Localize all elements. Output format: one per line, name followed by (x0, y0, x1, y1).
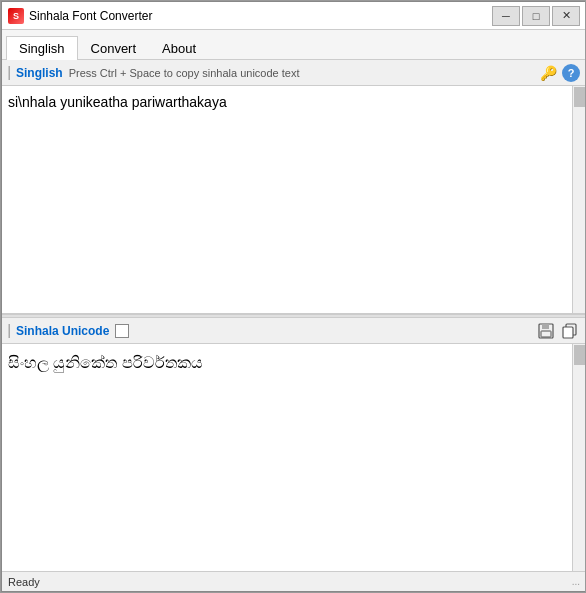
title-bar-controls: ─ □ ✕ (492, 6, 580, 26)
svg-rect-2 (541, 331, 551, 337)
singlish-panel-label: Singlish (16, 66, 63, 80)
singlish-panel-body-wrapper: si\nhala yunikeatha pariwarthakaya (2, 86, 586, 313)
app-window: S Sinhala Font Converter ─ □ ✕ Singlish … (1, 1, 586, 592)
sinhala-panel: Sinhala Unicode (2, 318, 586, 571)
sinhala-panel-body: සිංහල යුනිකේත පරිවර්තකය (2, 344, 572, 571)
copy-icon[interactable] (560, 321, 580, 341)
svg-rect-1 (542, 324, 549, 329)
singlish-panel-body: si\nhala yunikeatha pariwarthakaya (2, 86, 572, 313)
status-bar: Ready ... (2, 571, 586, 591)
close-button[interactable]: ✕ (552, 6, 580, 26)
singlish-scrollbar[interactable] (572, 86, 586, 313)
sinhala-panel-body-wrapper: සිංහල යුනිකේත පරිවර්තකය (2, 344, 586, 571)
sinhala-scrollbar-thumb[interactable] (574, 345, 586, 365)
sinhala-panel-label: Sinhala Unicode (16, 324, 109, 338)
menu-bar: Singlish Convert About (2, 30, 586, 60)
title-bar-left: S Sinhala Font Converter (8, 8, 152, 24)
minimize-button[interactable]: ─ (492, 6, 520, 26)
singlish-input[interactable]: si\nhala yunikeatha pariwarthakaya (8, 92, 556, 307)
singlish-panel: Singlish Press Ctrl + Space to copy sinh… (2, 60, 586, 314)
status-text: Ready (8, 576, 40, 588)
singlish-scrollbar-thumb[interactable] (574, 87, 586, 107)
status-bar-right: ... (572, 576, 580, 587)
window-title: Sinhala Font Converter (29, 9, 152, 23)
title-bar: S Sinhala Font Converter ─ □ ✕ (2, 2, 586, 30)
app-icon: S (8, 8, 24, 24)
maximize-button[interactable]: □ (522, 6, 550, 26)
singlish-panel-header: Singlish Press Ctrl + Space to copy sinh… (2, 60, 586, 86)
panel-icons: 🔑 ? (538, 63, 580, 83)
word-wrap-checkbox[interactable] (115, 324, 129, 338)
header-divider-2 (8, 324, 10, 338)
header-divider (8, 66, 10, 80)
help-icon[interactable]: ? (562, 64, 580, 82)
tab-convert[interactable]: Convert (78, 36, 150, 60)
status-dots: ... (572, 576, 580, 587)
singlish-panel-hint: Press Ctrl + Space to copy sinhala unico… (69, 67, 300, 79)
tab-singlish[interactable]: Singlish (6, 36, 78, 60)
save-icon[interactable] (536, 321, 556, 341)
sinhala-scrollbar[interactable] (572, 344, 586, 571)
svg-rect-4 (563, 327, 573, 338)
main-content: Singlish Press Ctrl + Space to copy sinh… (2, 60, 586, 571)
sinhala-output: සිංහල යුනිකේත පරිවර්තකය (8, 350, 556, 376)
sinhala-panel-header: Sinhala Unicode (2, 318, 586, 344)
key-icon[interactable]: 🔑 (538, 63, 558, 83)
sinhala-panel-icons (536, 321, 580, 341)
tab-about[interactable]: About (149, 36, 209, 60)
